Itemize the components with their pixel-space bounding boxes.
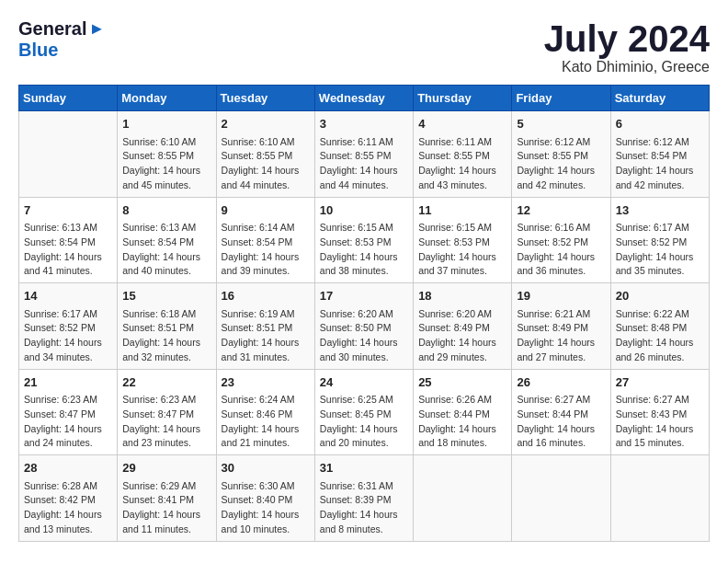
calendar-cell: 31Sunrise: 6:31 AMSunset: 8:39 PMDayligh…: [314, 455, 413, 542]
day-number: 7: [24, 201, 112, 220]
cell-text: Daylight: 14 hours: [320, 422, 408, 437]
cell-text: Sunset: 8:44 PM: [418, 408, 506, 422]
cell-text: Daylight: 14 hours: [222, 164, 310, 178]
cell-text: Sunrise: 6:12 AM: [517, 135, 605, 150]
calendar-cell: 20Sunrise: 6:22 AMSunset: 8:48 PMDayligh…: [610, 283, 709, 370]
cell-text: Sunrise: 6:13 AM: [24, 221, 112, 236]
cell-text: Daylight: 14 hours: [418, 250, 506, 265]
day-number: 29: [122, 459, 210, 477]
calendar-week-2: 7Sunrise: 6:13 AMSunset: 8:54 PMDaylight…: [19, 197, 710, 283]
calendar-cell: 13Sunrise: 6:17 AMSunset: 8:52 PMDayligh…: [610, 197, 709, 283]
calendar-week-1: 1Sunrise: 6:10 AMSunset: 8:55 PMDaylight…: [19, 111, 710, 198]
cell-text: Daylight: 14 hours: [122, 508, 210, 523]
calendar-cell: 5Sunrise: 6:12 AMSunset: 8:55 PMDaylight…: [512, 111, 610, 198]
day-number: 18: [418, 287, 506, 305]
cell-text: and 11 minutes.: [122, 523, 210, 537]
cell-text: Sunset: 8:52 PM: [24, 321, 112, 336]
calendar-cell: 2Sunrise: 6:10 AMSunset: 8:55 PMDaylight…: [216, 111, 314, 198]
calendar-cell: 17Sunrise: 6:20 AMSunset: 8:50 PMDayligh…: [314, 283, 413, 370]
day-number: 17: [320, 287, 408, 305]
calendar-cell: 29Sunrise: 6:29 AMSunset: 8:41 PMDayligh…: [118, 455, 216, 542]
cell-text: Daylight: 14 hours: [517, 164, 605, 178]
cell-text: Sunrise: 6:21 AM: [517, 307, 605, 322]
cell-text: and 18 minutes.: [418, 436, 506, 451]
cell-text: Sunset: 8:54 PM: [616, 149, 704, 164]
cell-text: and 21 minutes.: [222, 436, 310, 451]
cell-text: Sunset: 8:44 PM: [517, 408, 605, 422]
cell-text: and 26 minutes.: [616, 350, 704, 365]
cell-text: and 16 minutes.: [517, 436, 605, 451]
calendar-cell: 27Sunrise: 6:27 AMSunset: 8:43 PMDayligh…: [610, 369, 709, 455]
cell-text: Daylight: 14 hours: [320, 336, 408, 350]
logo-blue-text: Blue: [18, 40, 58, 61]
cell-text: Sunrise: 6:28 AM: [24, 479, 112, 494]
cell-text: Daylight: 14 hours: [24, 250, 112, 265]
day-number: 24: [320, 373, 408, 392]
calendar-cell: [19, 111, 118, 198]
cell-text: and 42 minutes.: [517, 178, 605, 193]
cell-text: Daylight: 14 hours: [222, 250, 310, 265]
calendar-table: SundayMondayTuesdayWednesdayThursdayFrid…: [18, 85, 710, 542]
cell-text: and 23 minutes.: [122, 436, 210, 451]
cell-text: Sunrise: 6:27 AM: [616, 393, 704, 408]
cell-text: and 15 minutes.: [616, 436, 704, 451]
cell-text: Sunrise: 6:11 AM: [418, 135, 506, 150]
cell-text: Sunset: 8:54 PM: [222, 236, 310, 250]
cell-text: Sunrise: 6:15 AM: [418, 221, 506, 236]
cell-text: Daylight: 14 hours: [418, 164, 506, 178]
cell-text: and 43 minutes.: [418, 178, 506, 193]
cell-text: Sunrise: 6:10 AM: [222, 135, 310, 150]
cell-text: Daylight: 14 hours: [418, 422, 506, 437]
header-day-friday: Friday: [512, 86, 610, 111]
day-number: 23: [222, 373, 310, 392]
cell-text: and 45 minutes.: [122, 178, 210, 193]
calendar-cell: [610, 455, 709, 542]
cell-text: Sunrise: 6:31 AM: [320, 479, 408, 494]
calendar-header-row: SundayMondayTuesdayWednesdayThursdayFrid…: [19, 86, 710, 111]
calendar-cell: 9Sunrise: 6:14 AMSunset: 8:54 PMDaylight…: [216, 197, 314, 283]
cell-text: and 41 minutes.: [24, 264, 112, 279]
cell-text: Sunset: 8:47 PM: [24, 408, 112, 422]
cell-text: Sunrise: 6:23 AM: [24, 393, 112, 408]
cell-text: Sunset: 8:47 PM: [122, 408, 210, 422]
cell-text: Sunset: 8:53 PM: [320, 236, 408, 250]
header-day-saturday: Saturday: [610, 86, 709, 111]
day-number: 4: [418, 115, 506, 133]
cell-text: Daylight: 14 hours: [616, 422, 704, 437]
cell-text: Sunset: 8:49 PM: [517, 321, 605, 336]
day-number: 11: [418, 201, 506, 220]
cell-text: Sunset: 8:43 PM: [616, 408, 704, 422]
title-block: July 2024 Kato Dhiminio, Greece: [544, 18, 710, 75]
cell-text: Sunrise: 6:14 AM: [222, 221, 310, 236]
calendar-cell: 11Sunrise: 6:15 AMSunset: 8:53 PMDayligh…: [414, 197, 512, 283]
day-number: 14: [24, 287, 112, 305]
day-number: 21: [24, 373, 112, 392]
calendar-week-5: 28Sunrise: 6:28 AMSunset: 8:42 PMDayligh…: [19, 455, 710, 542]
cell-text: Sunset: 8:52 PM: [616, 236, 704, 250]
calendar-cell: 23Sunrise: 6:24 AMSunset: 8:46 PMDayligh…: [216, 369, 314, 455]
cell-text: Sunset: 8:51 PM: [222, 321, 310, 336]
day-number: 1: [122, 115, 210, 133]
calendar-cell: 25Sunrise: 6:26 AMSunset: 8:44 PMDayligh…: [414, 369, 512, 455]
day-number: 8: [122, 201, 210, 220]
cell-text: and 39 minutes.: [222, 264, 310, 279]
calendar-cell: 15Sunrise: 6:18 AMSunset: 8:51 PMDayligh…: [118, 283, 216, 370]
cell-text: Daylight: 14 hours: [122, 250, 210, 265]
cell-text: and 44 minutes.: [222, 178, 310, 193]
cell-text: Sunrise: 6:12 AM: [616, 135, 704, 150]
cell-text: Sunrise: 6:30 AM: [222, 479, 310, 494]
logo-general-text: General: [18, 18, 86, 40]
calendar-cell: 30Sunrise: 6:30 AMSunset: 8:40 PMDayligh…: [216, 455, 314, 542]
cell-text: Sunrise: 6:20 AM: [418, 307, 506, 322]
cell-text: Daylight: 14 hours: [222, 508, 310, 523]
cell-text: Sunrise: 6:15 AM: [320, 221, 408, 236]
cell-text: Sunrise: 6:29 AM: [122, 479, 210, 494]
cell-text: Sunrise: 6:17 AM: [616, 221, 704, 236]
cell-text: Sunset: 8:48 PM: [616, 321, 704, 336]
cell-text: and 32 minutes.: [122, 350, 210, 365]
cell-text: Daylight: 14 hours: [616, 164, 704, 178]
day-number: 9: [222, 201, 310, 220]
calendar-cell: 28Sunrise: 6:28 AMSunset: 8:42 PMDayligh…: [19, 455, 118, 542]
day-number: 30: [222, 459, 310, 477]
location-subtitle: Kato Dhiminio, Greece: [544, 59, 710, 75]
